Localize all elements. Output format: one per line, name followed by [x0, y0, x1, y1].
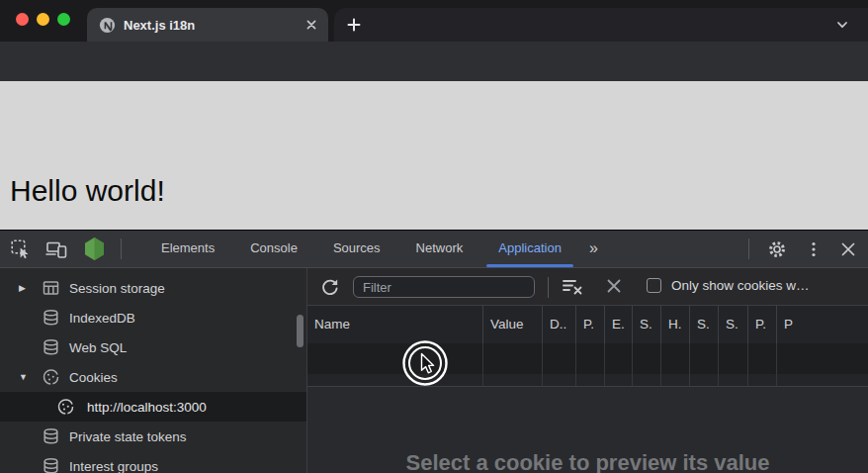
- only-show-cookies-checkbox[interactable]: [647, 278, 661, 293]
- sidebar-item-cookie-origin[interactable]: http://localhost:3000: [0, 392, 306, 422]
- column-header-name[interactable]: Name: [307, 306, 483, 343]
- column-header-secure[interactable]: S.: [690, 306, 719, 343]
- devtools-menu-icon[interactable]: [805, 240, 823, 258]
- sidebar-item-label: Web SQL: [69, 340, 127, 355]
- browser-tab[interactable]: Next.js i18n: [87, 8, 328, 42]
- sidebar-item-label: Interest groups: [69, 459, 158, 473]
- tab-sources[interactable]: Sources: [315, 231, 398, 267]
- browser-window: Next.js i18n localhost:3000: [0, 0, 868, 473]
- sidebar-item-cookies[interactable]: ▼ Cookies: [0, 362, 306, 392]
- sidebar-item-web-sql[interactable]: Web SQL: [0, 332, 306, 362]
- database-icon: [42, 309, 60, 328]
- cookie-icon: [56, 398, 75, 417]
- cookie-filter-input[interactable]: [353, 276, 535, 298]
- zoom-window-button[interactable]: [57, 13, 70, 26]
- device-toolbar-icon[interactable]: [45, 238, 68, 259]
- toolbar-separator: [548, 277, 549, 298]
- table-icon: [42, 279, 60, 298]
- column-header-value[interactable]: Value: [483, 306, 543, 343]
- inspect-element-icon[interactable]: [10, 238, 31, 259]
- cookie-table-rows[interactable]: [307, 343, 868, 387]
- column-header-httponly[interactable]: H.: [661, 306, 690, 343]
- minimize-window-button[interactable]: [37, 13, 49, 26]
- devtools-tabs: Elements Console Sources Network Applica…: [143, 231, 607, 267]
- tab-strip: Next.js i18n: [0, 0, 868, 42]
- database-icon: [42, 457, 60, 473]
- column-header-partition[interactable]: P.: [748, 306, 777, 343]
- click-indicator: [397, 336, 453, 392]
- devtools-panel: Elements Console Sources Network Applica…: [0, 230, 868, 473]
- empty-state-message: Select a cookie to preview its value: [307, 450, 868, 473]
- database-icon: [42, 427, 60, 446]
- toolbar-separator: [121, 238, 122, 259]
- tab-network[interactable]: Network: [398, 231, 481, 267]
- clear-all-cookies-icon[interactable]: [562, 276, 583, 297]
- column-header-path[interactable]: P.: [576, 306, 605, 343]
- cookies-pane: Only show cookies w… Name Value D.. P. E…: [307, 268, 868, 473]
- tab-close-icon[interactable]: [304, 18, 318, 32]
- column-header-domain[interactable]: D..: [543, 306, 576, 343]
- application-sidebar: ▶ Session storage IndexedDB: [0, 268, 307, 473]
- sidebar-item-label: http://localhost:3000: [87, 400, 207, 415]
- plus-icon: [347, 18, 361, 32]
- new-tab-button[interactable]: [342, 13, 366, 37]
- sidebar-item-indexeddb[interactable]: IndexedDB: [0, 303, 306, 332]
- devtools-toolbar: Elements Console Sources Network Applica…: [0, 231, 868, 268]
- sidebar-item-label: Private state tokens: [69, 429, 187, 444]
- devtools-body: ▶ Session storage IndexedDB: [0, 268, 868, 473]
- column-header-expires[interactable]: E.: [605, 306, 633, 343]
- sidebar-item-private-state-tokens[interactable]: Private state tokens: [0, 422, 306, 451]
- tab-title: Next.js i18n: [124, 18, 297, 33]
- sidebar-item-label: Session storage: [69, 281, 165, 296]
- nextjs-favicon-icon: [99, 17, 116, 34]
- settings-gear-icon[interactable]: [767, 239, 787, 259]
- cookie-preview-pane: Select a cookie to preview its value: [307, 387, 868, 473]
- tab-strip-menu-button[interactable]: [832, 15, 852, 35]
- tab-elements[interactable]: Elements: [143, 231, 232, 267]
- database-icon: [42, 338, 60, 357]
- chevron-down-icon: [835, 18, 849, 32]
- sidebar-item-interest-groups[interactable]: Interest groups: [0, 451, 306, 473]
- cookie-icon: [42, 368, 60, 387]
- close-window-button[interactable]: [16, 13, 29, 26]
- delete-selected-icon[interactable]: [605, 277, 623, 295]
- column-header-size[interactable]: S.: [633, 306, 661, 343]
- more-tabs-button[interactable]: »: [579, 231, 607, 267]
- only-show-cookies-label[interactable]: Only show cookies w…: [671, 278, 866, 293]
- tab-application[interactable]: Application: [480, 231, 579, 267]
- chevron-down-icon[interactable]: ▼: [19, 372, 28, 382]
- column-header-samesite[interactable]: S.: [719, 306, 748, 343]
- traffic-lights: [16, 13, 70, 26]
- column-header-priority[interactable]: P: [777, 306, 868, 343]
- sidebar-scrollbar-thumb[interactable]: [297, 315, 304, 347]
- devtools-toolbar-left: [10, 231, 122, 267]
- page-heading: Hello world!: [10, 174, 165, 208]
- devtools-toolbar-right: [748, 231, 856, 267]
- sidebar-item-label: Cookies: [69, 370, 118, 385]
- sidebar-item-session-storage[interactable]: ▶ Session storage: [0, 273, 306, 303]
- row-grid-lines: [307, 343, 868, 386]
- page-viewport: Hello world!: [0, 81, 868, 230]
- tab-console[interactable]: Console: [232, 231, 315, 267]
- tab-strip-right-region: [334, 8, 868, 42]
- cookies-toolbar: Only show cookies w…: [307, 268, 868, 305]
- sidebar-item-label: IndexedDB: [69, 311, 135, 326]
- devtools-close-icon[interactable]: [840, 241, 856, 257]
- cookie-table-header: Name Value D.. P. E. S. H. S. S. P. P: [307, 305, 868, 343]
- nodejs-icon[interactable]: [83, 236, 106, 261]
- refresh-cookies-icon[interactable]: [319, 276, 340, 297]
- browser-toolbar: localhost:3000 Guest: [0, 42, 868, 81]
- chevron-right-icon[interactable]: ▶: [19, 283, 26, 293]
- toolbar-separator: [748, 238, 749, 259]
